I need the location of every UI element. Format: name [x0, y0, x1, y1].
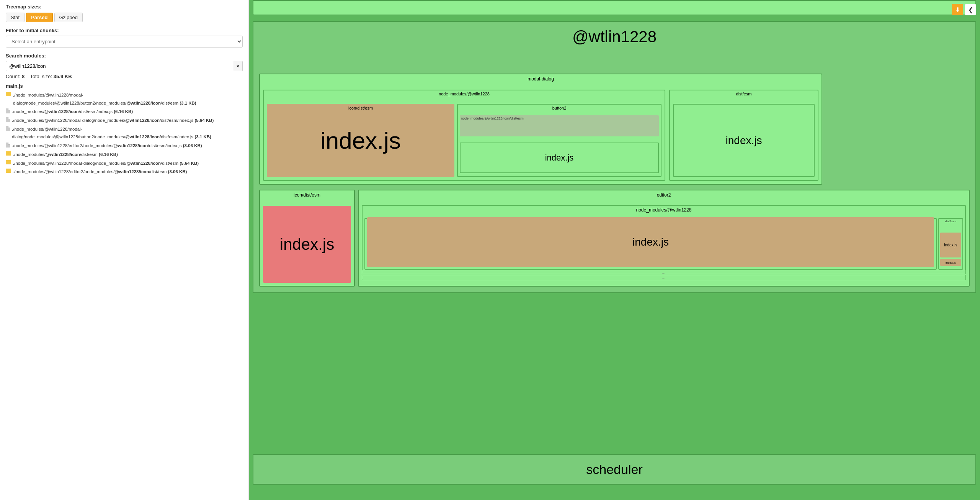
module-path: ./node_modules/@wtlin1228/icon/dist/esm … [13, 151, 118, 159]
node-modules-wtlin-title: node_modules/@wtlin1228 [264, 90, 665, 97]
file-icon [6, 108, 10, 113]
search-input[interactable] [6, 61, 233, 71]
left-panel: Treemap sizes: Stat Parsed Gzipped Filte… [0, 0, 249, 500]
file-icon [6, 143, 10, 148]
icon-dist-esm-lower-title: icon/dist/esm [260, 190, 354, 199]
count-info: Count: 8 Total size: 35.9 KB [6, 74, 243, 79]
editor2-dist-index-js: index.js [940, 233, 961, 257]
search-row: × [6, 61, 243, 71]
top-section-bar[interactable] [253, 0, 976, 15]
folder-icon [6, 92, 11, 96]
editor2-node-modules-title: node_modules/@wtlin1228 [363, 206, 965, 214]
modal-dialog-section[interactable]: modal-dialog node_modules/@wtlin1228 ico… [259, 74, 822, 185]
total-size-value: 35.9 KB [54, 74, 72, 79]
module-path: ./node_modules/@wtlin1228/icon/dist/esm/… [12, 108, 133, 116]
big-index-js-1: index.js [320, 127, 401, 154]
editor2-ellipsis-2: ... [362, 270, 966, 274]
tab-stat[interactable]: Stat [6, 13, 24, 22]
list-item: ./node_modules/@wtlin1228/modal-dialog/n… [6, 125, 243, 141]
list-item: ./node_modules/@wtlin1228/modal-dialog/n… [6, 91, 243, 107]
module-path: ./node_modules/@wtlin1228/modal-dialog/n… [12, 116, 214, 125]
treemap-sizes-label: Treemap sizes: [6, 4, 243, 10]
editor2-icon-index-js: index.js [367, 217, 934, 267]
list-item: ./node_modules/@wtlin1228/editor2/node_m… [6, 168, 243, 176]
right-panel: ⬇ ❮ @wtlin1228 modal-dialog node_modules… [249, 0, 980, 500]
dist-esm-index-js: index.js [673, 104, 815, 177]
file-icon [6, 117, 10, 122]
folder-icon [6, 151, 11, 156]
wtlin1228-title: @wtlin1228 [253, 22, 975, 50]
filter-select[interactable]: Select an entrypoint [6, 36, 243, 48]
download-button[interactable]: ⬇ [952, 4, 963, 15]
editor2-dist-esm-title: dist/esm [939, 219, 962, 224]
module-list: ./node_modules/@wtlin1228/modal-dialog/n… [6, 91, 243, 176]
scheduler-title: scheduler [586, 462, 642, 477]
module-path: ./node_modules/@wtlin1228/modal-dialog/n… [12, 125, 243, 141]
list-item: ./node_modules/@wtlin1228/icon/dist/esm/… [6, 108, 243, 116]
list-item: ./node_modules/@wtlin1228/modal-dialog/n… [6, 159, 243, 167]
module-path: ./node_modules/@wtlin1228/modal-dialog/n… [13, 91, 243, 107]
wtlin1228-section[interactable]: @wtlin1228 modal-dialog node_modules/@wt… [253, 21, 976, 293]
list-item: ./node_modules/@wtlin1228/modal-dialog/n… [6, 116, 243, 125]
file-icon [6, 126, 10, 131]
button2-node-label: node_modules/@wtlin1228/icon/dist/esm [461, 116, 524, 120]
total-size-label: Total size: [30, 74, 52, 79]
folder-icon [6, 160, 11, 164]
top-controls: ⬇ ❮ [952, 4, 976, 15]
tab-group: Stat Parsed Gzipped [6, 13, 243, 22]
editor2-ellipsis-1: ... [362, 275, 966, 280]
tab-gzipped[interactable]: Gzipped [54, 13, 83, 22]
button2-title: button2 [458, 105, 661, 111]
search-label: Search modules: [6, 53, 243, 59]
filter-label: Filter to initial chunks: [6, 28, 243, 33]
module-section-title: main.js [6, 83, 243, 89]
icon-dist-esm-lower-index: index.js [263, 206, 351, 283]
list-item: ./node_modules/@wtlin1228/editor2/node_m… [6, 142, 243, 150]
editor2-dist-index-js2: index.js [940, 259, 961, 266]
folder-icon [6, 169, 11, 173]
count-value: 8 [22, 74, 24, 79]
button2-inner-node: node_modules/@wtlin1228/icon/dist/esm [460, 115, 659, 136]
collapse-button[interactable]: ❮ [965, 4, 976, 15]
module-path: ./node_modules/@wtlin1228/editor2/node_m… [12, 142, 202, 150]
dist-esm-title: dist/esm [670, 90, 818, 97]
button2-index-js: index.js [460, 143, 659, 173]
count-label: Count: [6, 74, 20, 79]
scheduler-section[interactable]: scheduler [253, 454, 976, 485]
list-item: ./node_modules/@wtlin1228/icon/dist/esm … [6, 151, 243, 159]
module-path: ./node_modules/@wtlin1228/editor2/node_m… [13, 168, 187, 176]
search-clear-button[interactable]: × [233, 61, 243, 71]
editor2-title: editor2 [359, 190, 969, 199]
modal-dialog-title: modal-dialog [260, 74, 822, 83]
treemap-container: @wtlin1228 modal-dialog node_modules/@wt… [249, 0, 980, 500]
tab-parsed[interactable]: Parsed [26, 13, 52, 22]
icon-dist-esm-inner-label: icon/dist/esm [267, 106, 454, 110]
module-path: ./node_modules/@wtlin1228/modal-dialog/n… [13, 159, 199, 167]
